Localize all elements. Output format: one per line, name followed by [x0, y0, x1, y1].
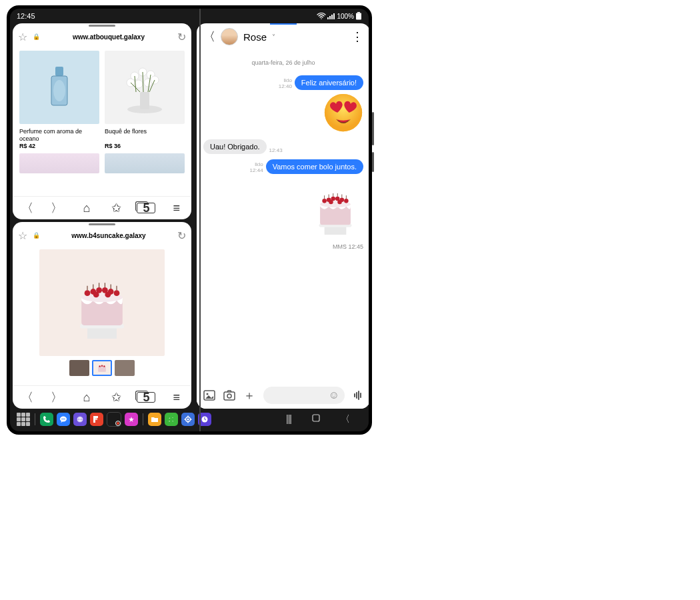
- nav-tabs-icon[interactable]: 5: [137, 203, 155, 213]
- address-bar[interactable]: ☆ 🔒 www.atbouquet.galaxy ↻: [13, 27, 191, 47]
- svg-rect-6: [356, 13, 361, 20]
- chat-input-bar: ＋ ☺: [197, 382, 369, 409]
- status-bar: 12:45 100%: [10, 9, 369, 23]
- product-price: R$ 36: [105, 143, 185, 149]
- taskbar-app-gallery[interactable]: [125, 413, 138, 426]
- svg-point-44: [99, 365, 101, 367]
- signal-icon: [327, 13, 335, 19]
- svg-rect-71: [354, 393, 355, 397]
- nav-menu-icon[interactable]: ≡: [168, 391, 185, 405]
- browser-window-top: ☆ 🔒 www.atbouquet.galaxy ↻ Perfume com a…: [13, 23, 191, 219]
- address-bar[interactable]: ☆ 🔒 www.b4suncake.galaxy ↻: [13, 225, 191, 245]
- svg-rect-74: [360, 393, 361, 398]
- gallery-icon[interactable]: [203, 390, 215, 401]
- svg-point-68: [207, 393, 209, 395]
- svg-point-34: [93, 292, 99, 298]
- sent-message-row: lido 12:40 Feliz aniversário!: [203, 75, 363, 90]
- nav-recents-icon[interactable]: |||: [286, 413, 291, 425]
- avatar[interactable]: [221, 28, 238, 45]
- product-thumb-selected[interactable]: [92, 360, 112, 376]
- nav-back-icon[interactable]: 〈: [341, 413, 350, 425]
- svg-rect-85: [95, 418, 97, 420]
- status-battery-text: 100%: [337, 13, 354, 20]
- message-input[interactable]: ☺: [263, 387, 345, 404]
- svg-point-87: [117, 422, 119, 425]
- received-bubble[interactable]: Uau! Obrigado.: [203, 139, 267, 154]
- heart-eyes-emoji[interactable]: [203, 93, 363, 134]
- svg-rect-84: [95, 416, 98, 418]
- nav-forward-icon[interactable]: 〉: [48, 200, 65, 216]
- svg-point-9: [53, 80, 65, 101]
- chat-contact-name[interactable]: Rose: [243, 31, 267, 43]
- nav-home-icon[interactable]: [311, 413, 321, 425]
- chevron-down-icon[interactable]: ˅: [272, 33, 275, 41]
- taskbar-app-settings[interactable]: [181, 413, 195, 426]
- url-text: www.b4suncake.galaxy: [45, 232, 172, 239]
- reload-icon[interactable]: ↻: [177, 31, 186, 43]
- product-image: [105, 51, 185, 124]
- nav-back-icon[interactable]: 〈: [19, 200, 36, 216]
- browser-toolbar: 〈 〉 ⌂ ✩ 5 ≡: [13, 385, 191, 409]
- svg-point-35: [105, 292, 111, 298]
- nav-bookmarks-icon[interactable]: ✩: [107, 390, 125, 405]
- svg-point-46: [103, 365, 105, 367]
- nav-forward-icon[interactable]: 〉: [48, 389, 65, 405]
- received-message-row: Uau! Obrigado. 12:43: [203, 139, 363, 154]
- nav-menu-icon[interactable]: ≡: [168, 201, 185, 215]
- product-swatch[interactable]: [105, 153, 185, 173]
- msg-time: 12:40: [279, 84, 292, 90]
- product-name: Perfume com aroma de oceano: [19, 128, 99, 143]
- browser-toolbar: 〈 〉 ⌂ ✩ 5 ≡: [13, 196, 191, 219]
- taskbar-app-camera[interactable]: [107, 412, 121, 427]
- wifi-icon: [317, 13, 326, 19]
- sent-bubble[interactable]: Feliz aniversário!: [295, 75, 363, 90]
- sent-bubble[interactable]: Vamos comer bolo juntos.: [266, 159, 363, 174]
- chat-date: quarta-feira, 26 de julho: [203, 59, 363, 66]
- svg-point-33: [114, 290, 120, 296]
- taskbar-app-flipboard[interactable]: [90, 413, 103, 426]
- product-thumb[interactable]: [115, 360, 135, 376]
- nav-home-icon[interactable]: ⌂: [78, 201, 95, 215]
- chat-menu-icon[interactable]: ⋮: [351, 29, 363, 44]
- attach-plus-icon[interactable]: ＋: [243, 387, 255, 403]
- nav-tabs-icon[interactable]: 5: [137, 392, 155, 403]
- battery-icon: [355, 12, 362, 20]
- nav-bookmarks-icon[interactable]: ✩: [107, 201, 125, 215]
- mms-image[interactable]: [203, 178, 363, 239]
- taskbar-app-messages[interactable]: [57, 413, 70, 426]
- svg-rect-101: [313, 415, 319, 421]
- bookmark-star-icon[interactable]: ☆: [18, 229, 27, 242]
- product-card[interactable]: Buquê de flores R$ 36: [105, 51, 185, 149]
- svg-text:×: ×: [169, 419, 171, 423]
- taskbar-app-internet[interactable]: [73, 413, 87, 426]
- svg-rect-83: [93, 416, 95, 423]
- svg-rect-4: [333, 13, 335, 19]
- svg-rect-3: [331, 15, 333, 19]
- taskbar: +−×÷ ||| 〈: [13, 410, 366, 429]
- svg-point-60: [337, 200, 342, 205]
- taskbar-app-files[interactable]: [148, 413, 161, 426]
- chat-back-icon[interactable]: 〈: [203, 29, 215, 45]
- voice-input-icon[interactable]: [353, 390, 363, 401]
- app-drawer-icon[interactable]: [17, 413, 30, 426]
- product-main-image[interactable]: [39, 249, 165, 356]
- svg-point-28: [85, 290, 91, 296]
- svg-point-59: [329, 200, 333, 205]
- product-thumb[interactable]: [69, 360, 89, 376]
- emoji-picker-icon[interactable]: ☺: [329, 389, 339, 401]
- nav-back-icon[interactable]: 〈: [19, 389, 36, 405]
- product-swatch[interactable]: [19, 153, 99, 173]
- bookmark-star-icon[interactable]: ☆: [18, 31, 27, 43]
- svg-point-76: [61, 419, 63, 420]
- status-time: 12:45: [17, 12, 35, 20]
- camera-icon[interactable]: [223, 390, 235, 401]
- reload-icon[interactable]: ↻: [177, 229, 186, 242]
- svg-point-93: [187, 419, 189, 421]
- svg-rect-73: [358, 391, 359, 400]
- product-card[interactable]: Perfume com aroma de oceano R$ 42: [19, 51, 99, 149]
- nav-home-icon[interactable]: ⌂: [78, 391, 95, 405]
- svg-point-0: [321, 18, 323, 19]
- sent-message-row: lido 12:44 Vamos comer bolo juntos.: [203, 159, 363, 174]
- taskbar-app-phone[interactable]: [40, 413, 53, 426]
- taskbar-app-calculator[interactable]: +−×÷: [165, 413, 178, 426]
